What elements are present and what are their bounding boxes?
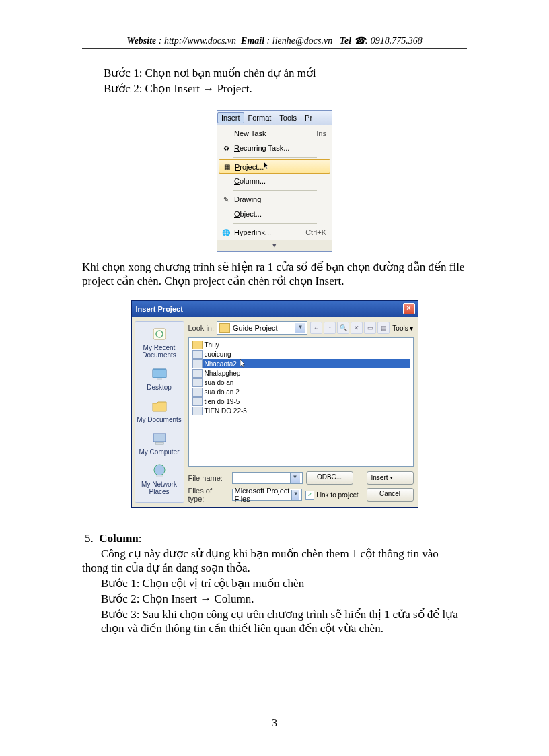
menu-label: NNew Taskew Task	[234, 129, 316, 137]
email-value: lienhe@docs.vn	[272, 36, 332, 46]
file-item[interactable]: Thuy	[192, 340, 410, 349]
menu-insert[interactable]: Insert	[217, 112, 244, 123]
filetype-label: Files of type:	[188, 487, 229, 503]
project-file-icon	[192, 378, 203, 387]
email-label: Email	[241, 36, 264, 46]
step-2: Bước 2: Chọn Insert → Project.	[104, 81, 467, 96]
menu-pr[interactable]: Pr	[301, 112, 316, 123]
place-desktop[interactable]: Desktop	[137, 364, 182, 395]
link-checkbox[interactable]: ✓ Link to project	[305, 491, 358, 500]
file-name: Nhalapghep	[205, 370, 241, 377]
recent-icon	[149, 326, 170, 343]
section-5-p1: Công cụ này được sử dụng khi bạn muốn ch…	[82, 547, 467, 575]
cursor-icon	[240, 359, 247, 368]
close-button[interactable]: ×	[403, 303, 415, 314]
menu-item-hyperlink[interactable]: 🌐 Hyperlink... Ctrl+K	[217, 225, 332, 240]
project-icon: ▦	[220, 161, 233, 172]
search-button[interactable]: 🔍	[337, 322, 349, 334]
chevron-down-icon: ▾	[390, 473, 393, 483]
menu-label: Project...	[235, 162, 328, 171]
delete-button[interactable]: ✕	[351, 322, 363, 334]
file-list[interactable]: Thuy cuoicung Nhacaota2 Nhalapghep sua d…	[188, 337, 414, 467]
step-post: Column.	[211, 592, 254, 605]
odbc-button[interactable]: ODBC...	[306, 471, 353, 485]
place-recent[interactable]: My Recent Documents	[137, 324, 182, 363]
project-file-icon	[192, 350, 203, 359]
toolbar-icons: ← ↑ 🔍 ✕ ▭ ▤ Tools ▾	[310, 322, 413, 334]
svg-rect-2	[153, 369, 166, 378]
dialog-right-pane: Look in: Guide Project ▼ ← ↑ 🔍 ✕ ▭ ▤ Too…	[188, 321, 414, 503]
menu-label: Drawing	[234, 195, 329, 203]
menu-item-new-task[interactable]: NNew Taskew Task Ins	[217, 126, 332, 141]
file-item[interactable]: cuoicung	[192, 349, 410, 359]
section-title: Column	[99, 532, 139, 545]
project-file-icon	[192, 397, 203, 406]
menu-label: Object...	[234, 210, 329, 218]
tel-value: 0918.775.368	[371, 36, 423, 46]
menu-item-column[interactable]: Column...	[217, 174, 332, 188]
file-item[interactable]: Nhalapghep	[192, 368, 410, 378]
file-item[interactable]: TIEN DO 22-5	[192, 406, 410, 415]
filetype-value: Microsoft Project Files	[235, 487, 292, 503]
menu-expand[interactable]: ▾	[217, 240, 332, 251]
filetype-combo[interactable]: Microsoft Project Files▼	[232, 489, 303, 501]
menu-separator	[233, 223, 317, 224]
cancel-button[interactable]: Cancel	[367, 488, 414, 502]
views-button[interactable]: ▤	[377, 322, 390, 334]
insert-menu: Insert Format Tools Pr NNew Taskew Task …	[217, 110, 332, 252]
place-label: Desktop	[147, 384, 172, 391]
section-number: 5.	[85, 532, 94, 545]
computer-icon	[149, 430, 170, 448]
file-name: Nhacaota2	[205, 360, 237, 368]
blank-icon	[219, 209, 233, 219]
place-network[interactable]: My Network Places	[137, 461, 182, 500]
page-content: Bước 1: Chọn nơi bạn muốn chèn dự án mới…	[82, 66, 467, 635]
step-2-pre: Bước 2: Chọn Insert	[104, 82, 203, 95]
place-mydocs[interactable]: My Documents	[137, 397, 182, 427]
place-mycomp[interactable]: My Computer	[137, 429, 182, 460]
project-file-icon	[192, 359, 203, 368]
menu-separator	[233, 157, 317, 158]
file-item[interactable]: sua do an	[192, 378, 410, 387]
place-label: My Documents	[137, 416, 182, 423]
file-item[interactable]: tien do 19-5	[192, 397, 410, 406]
up-button[interactable]: ↑	[324, 322, 336, 334]
menu-separator	[233, 190, 317, 191]
file-item[interactable]: sua do an 2	[192, 387, 410, 397]
menu-tools[interactable]: Tools	[275, 112, 301, 123]
menu-item-project[interactable]: ▦ Project...	[219, 159, 330, 174]
step-2-post: Project.	[214, 82, 252, 95]
lookin-value: Guide Project	[233, 324, 278, 332]
shortcut: Ctrl+K	[305, 228, 329, 236]
desktop-icon	[149, 366, 170, 383]
arrow-icon: →	[200, 592, 211, 605]
tools-dropdown[interactable]: Tools ▾	[392, 324, 413, 332]
shortcut: Ins	[316, 129, 329, 137]
hyperlink-icon: 🌐	[219, 227, 233, 238]
filename-row: File name: ▼ ODBC... Insert▾	[188, 471, 414, 485]
back-button[interactable]: ←	[310, 322, 322, 334]
menu-body: NNew Taskew Task Ins ♻ Recurring Task...…	[217, 125, 332, 251]
insert-button[interactable]: Insert▾	[367, 471, 414, 485]
menu-item-object[interactable]: Object...	[217, 207, 332, 221]
step-pre: Bước 2: Chọn Insert	[101, 592, 200, 605]
section-5-step-1: Bước 1: Chọn cột vị trí cột bạn muốn chè…	[101, 576, 467, 590]
menu-item-recurring[interactable]: ♻ Recurring Task...	[217, 141, 332, 156]
lookin-label: Look in:	[188, 324, 215, 332]
menu-format[interactable]: Format	[244, 112, 276, 123]
phone-icon: ☎	[354, 35, 365, 46]
file-name: Thuy	[205, 341, 219, 349]
file-item-selected[interactable]: Nhacaota2	[192, 359, 410, 368]
svg-rect-3	[157, 378, 162, 380]
places-bar: My Recent Documents Desktop My Documents…	[135, 321, 184, 503]
dialog-bottom: File name: ▼ ODBC... Insert▾ Files of ty…	[188, 469, 414, 503]
chevron-down-icon: ▼	[291, 490, 299, 500]
lookin-combo[interactable]: Guide Project ▼	[217, 321, 307, 335]
filename-input[interactable]: ▼	[232, 472, 303, 484]
checkbox-label: Link to project	[316, 491, 358, 499]
section-heading: 5. Column:	[85, 532, 467, 545]
file-name: sua do an	[205, 379, 234, 386]
menu-item-drawing[interactable]: ✎ Drawing	[217, 192, 332, 207]
insert-project-dialog: Insert Project × My Recent Documents Des…	[131, 300, 418, 508]
newfolder-button[interactable]: ▭	[364, 322, 376, 334]
